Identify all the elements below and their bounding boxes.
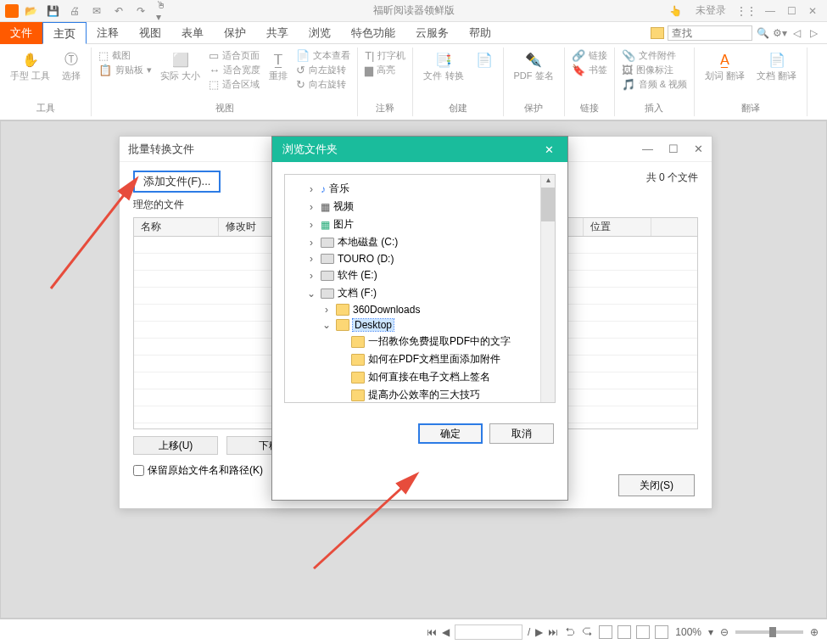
- fit-width-btn[interactable]: ↔适合宽度: [209, 64, 260, 76]
- tree-scrollbar[interactable]: ▴: [540, 175, 555, 402]
- av-btn[interactable]: 🎵音频 & 视频: [622, 78, 687, 91]
- print-icon[interactable]: 🖨: [68, 4, 81, 18]
- zoom-out-icon[interactable]: ⊖: [720, 626, 729, 638]
- nav-fwd-icon[interactable]: ⮎: [582, 626, 592, 638]
- tree-pic[interactable]: ›图片: [290, 216, 550, 233]
- tree-doc1[interactable]: 一招教你免费提取PDF中的文字: [290, 333, 550, 350]
- file-convert-btn[interactable]: 📑文件 转换: [420, 49, 467, 100]
- maximize-button[interactable]: ☐: [787, 5, 796, 17]
- layout-1-icon[interactable]: [599, 625, 612, 639]
- folder-search-icon[interactable]: [651, 27, 664, 39]
- hand-tool[interactable]: ✋手型 工具: [7, 49, 53, 100]
- rotate-left-btn[interactable]: ↺向左旋转: [296, 64, 350, 76]
- save-icon[interactable]: 💾: [46, 4, 59, 18]
- next-icon[interactable]: ▷: [807, 27, 820, 39]
- rotate-right-btn[interactable]: ↻向右旋转: [296, 78, 350, 91]
- batch-close-button[interactable]: 关闭(S): [618, 474, 695, 496]
- first-page-icon[interactable]: ⏮: [427, 626, 437, 638]
- word-translate-btn[interactable]: A̲划词 翻译: [701, 49, 748, 100]
- tab-share[interactable]: 共享: [256, 22, 299, 44]
- text-view-btn[interactable]: 📄文本查看: [296, 49, 350, 62]
- zoom-slider[interactable]: [735, 630, 803, 634]
- fit-area-btn[interactable]: ⬚适合区域: [209, 78, 260, 91]
- tab-protect[interactable]: 保护: [214, 22, 256, 44]
- tree-360dl[interactable]: ›360Downloads: [290, 302, 550, 317]
- search-input[interactable]: [668, 25, 752, 41]
- nav-back-icon[interactable]: ⮌: [565, 626, 575, 638]
- select-tool[interactable]: Ⓣ选择: [59, 49, 84, 100]
- dropdown-icon[interactable]: 🖱▾: [156, 4, 170, 18]
- hand-icon[interactable]: 👆: [668, 4, 682, 18]
- keep-path-label: 保留原始文件名和路径(K): [148, 463, 263, 478]
- clipboard-btn[interactable]: 📋剪贴板▾: [98, 64, 152, 76]
- convert-extra-btn[interactable]: 📄: [472, 49, 496, 100]
- last-page-icon[interactable]: ⏭: [548, 626, 558, 638]
- tab-comment[interactable]: 注释: [87, 22, 129, 44]
- tree-fdrive[interactable]: ⌄文档 (F:): [290, 284, 550, 302]
- minimize-button[interactable]: —: [765, 5, 775, 17]
- ok-button[interactable]: 确定: [418, 423, 483, 444]
- prev-icon[interactable]: ◁: [790, 27, 803, 39]
- close-button[interactable]: ✕: [808, 5, 817, 17]
- tab-home[interactable]: 主页: [42, 22, 87, 44]
- actual-size-btn[interactable]: ⬜实际 大小: [157, 49, 204, 100]
- prev-page-icon[interactable]: ◀: [442, 626, 450, 638]
- open-icon[interactable]: 📂: [24, 4, 37, 18]
- tree-desktop[interactable]: ⌄Desktop: [290, 317, 550, 333]
- batch-minimize[interactable]: —: [642, 143, 653, 155]
- file-attach-btn[interactable]: 📎文件附件: [622, 49, 687, 62]
- tree-cdrive[interactable]: ›本地磁盘 (C:): [290, 233, 550, 251]
- zoom-in-icon[interactable]: ⊕: [810, 626, 819, 638]
- move-up-button[interactable]: 上移(U): [133, 436, 218, 455]
- tab-browse[interactable]: 浏览: [299, 22, 341, 44]
- zoom-dropdown-icon[interactable]: ▾: [708, 626, 713, 638]
- typewriter-btn[interactable]: T|打字机: [365, 49, 405, 62]
- tree-doc2[interactable]: 如何在PDF文档里面添加附件: [290, 350, 550, 368]
- tree-doc3[interactable]: 如何直接在电子文档上签名: [290, 368, 550, 386]
- col-mod[interactable]: 修改时: [219, 218, 278, 236]
- tree-video[interactable]: ›视频: [290, 198, 550, 216]
- login-status[interactable]: 未登录: [689, 3, 733, 18]
- gear-icon[interactable]: ⚙▾: [773, 27, 786, 39]
- redo-icon[interactable]: ↷: [134, 4, 148, 18]
- layout-4-icon[interactable]: [655, 625, 668, 639]
- tab-help[interactable]: 帮助: [459, 22, 501, 44]
- col-name[interactable]: 名称: [134, 218, 219, 236]
- layout-2-icon[interactable]: [617, 625, 631, 639]
- bookmark-btn[interactable]: 🔖书签: [572, 64, 607, 76]
- highlight-btn[interactable]: ▆高亮: [365, 64, 405, 76]
- tab-form[interactable]: 表单: [171, 22, 214, 44]
- tab-cloud[interactable]: 云服务: [405, 22, 459, 44]
- add-file-button[interactable]: 添加文件(F)...: [133, 171, 221, 193]
- titlebar: 📂 💾 🖨 ✉ ↶ ↷ 🖱▾ 福昕阅读器领鲜版 👆 未登录 ⋮⋮ — ☐ ✕: [0, 0, 827, 22]
- search-icon[interactable]: 🔍: [756, 27, 769, 39]
- batch-close[interactable]: ✕: [694, 143, 703, 155]
- next-page-icon[interactable]: ▶: [535, 626, 543, 638]
- keep-path-checkbox[interactable]: [133, 465, 144, 476]
- link-btn[interactable]: 🔗链接: [572, 49, 607, 62]
- image-annot-btn[interactable]: 🖼图像标注: [622, 64, 687, 76]
- browse-close-icon[interactable]: ✕: [540, 143, 557, 156]
- mail-icon[interactable]: ✉: [90, 4, 103, 18]
- tree-music[interactable]: ›音乐: [290, 180, 550, 198]
- tree-edrive[interactable]: ›软件 (E:): [290, 266, 550, 284]
- fit-page-btn[interactable]: ▭适合页面: [209, 49, 260, 62]
- pdf-sign-btn[interactable]: ✒️PDF 签名: [511, 49, 557, 100]
- folder-tree: ›音乐 ›视频 ›图片 ›本地磁盘 (C:) ›TOURO (D:) ›软件 (…: [284, 174, 556, 403]
- share-icon[interactable]: ⋮⋮: [740, 4, 753, 18]
- tree-ddrive[interactable]: ›TOURO (D:): [290, 251, 550, 266]
- cancel-button[interactable]: 取消: [489, 423, 554, 444]
- browse-title: 浏览文件夹: [282, 142, 338, 157]
- tree-doc4[interactable]: 提高办公效率的三大技巧: [290, 386, 550, 403]
- batch-maximize[interactable]: ☐: [668, 143, 679, 155]
- tab-view[interactable]: 视图: [129, 22, 171, 44]
- reorder-btn[interactable]: T̲重排: [265, 49, 291, 100]
- tab-file[interactable]: 文件: [0, 22, 42, 44]
- page-input[interactable]: [455, 624, 522, 640]
- undo-icon[interactable]: ↶: [112, 4, 126, 18]
- layout-3-icon[interactable]: [636, 625, 650, 639]
- col-loc[interactable]: 位置: [584, 218, 651, 236]
- screenshot-btn[interactable]: ⬚截图: [98, 49, 152, 62]
- doc-translate-btn[interactable]: 📄文档 翻译: [753, 49, 800, 100]
- tab-special[interactable]: 特色功能: [341, 22, 405, 44]
